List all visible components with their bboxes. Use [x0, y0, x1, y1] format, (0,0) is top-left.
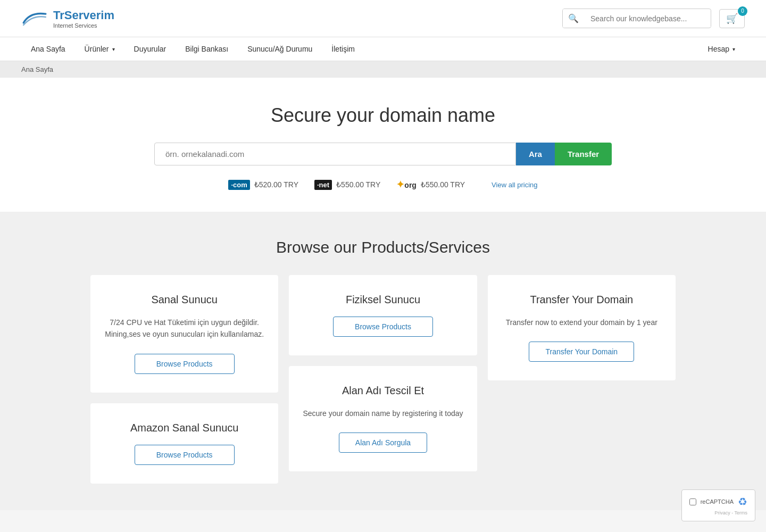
transfer-domain-button[interactable]: Transfer Your Domain: [529, 342, 634, 362]
brand-name: TrServerim: [53, 9, 114, 22]
col-middle: Fiziksel Sunucu Browse Products Alan Adı…: [289, 275, 477, 484]
nav-right: Hesap ▾: [698, 37, 745, 61]
card-transfer-domain: Transfer Your Domain Transfer now to ext…: [488, 275, 676, 380]
nav-hesap[interactable]: Hesap ▾: [698, 37, 745, 61]
hero-title: Secure your domain name: [21, 104, 745, 127]
nav-duyurular[interactable]: Duyurular: [124, 37, 176, 61]
search-input[interactable]: [584, 10, 711, 27]
hero-section: Secure your domain name Ara Transfer ·co…: [0, 78, 766, 212]
sanal-sunucu-title: Sanal Sunucu: [104, 294, 265, 306]
chevron-down-icon: ▾: [112, 46, 115, 52]
brand-subtitle: Internet Services: [53, 22, 114, 29]
recaptcha-widget: reCAPTCHA ♻ Privacy - Terms: [681, 489, 755, 510]
header: TrServerim Internet Services 🔍 🛒 0: [0, 0, 766, 37]
alan-adi-desc: Secure your domain name by registering i…: [302, 408, 463, 419]
card-fiziksel-sunucu: Fiziksel Sunucu Browse Products: [289, 275, 477, 355]
nav-urunler[interactable]: Ürünler ▾: [75, 37, 124, 61]
pricing-net: ·net ₺550.00 TRY: [314, 180, 380, 190]
nav-left: Ana Sayfa Ürünler ▾ Duyurular Bilgi Bank…: [21, 37, 364, 61]
nav-ana-sayfa[interactable]: Ana Sayfa: [21, 37, 75, 61]
logo-icon: [21, 9, 48, 28]
search-icon[interactable]: 🔍: [563, 9, 584, 28]
cart-badge: 0: [738, 6, 747, 16]
alan-adi-button[interactable]: Alan Adı Sorgula: [339, 433, 427, 453]
pricing-row: ·com ₺520.00 TRY ·net ₺550.00 TRY ✦org ₺…: [21, 179, 745, 190]
recaptcha-checkbox[interactable]: [689, 498, 696, 505]
logo: TrServerim Internet Services: [21, 9, 114, 29]
card-amazon-sanal: Amazon Sanal Sunucu Browse Products: [90, 403, 278, 484]
card-sanal-sunucu: Sanal Sunucu 7/24 CPU ve Hat Tüketimi iç…: [90, 275, 278, 393]
recaptcha-icon: ♻: [738, 495, 747, 508]
fiziksel-browse-button[interactable]: Browse Products: [333, 317, 433, 337]
cart-button[interactable]: 🛒 0: [719, 9, 745, 28]
net-price: ₺550.00 TRY: [336, 180, 380, 189]
com-price: ₺520.00 TRY: [254, 180, 298, 189]
amazon-browse-button[interactable]: Browse Products: [135, 445, 235, 465]
recaptcha-label: reCAPTCHA: [701, 498, 734, 505]
products-grid: Sanal Sunucu 7/24 CPU ve Hat Tüketimi iç…: [90, 275, 676, 484]
transfer-title: Transfer Your Domain: [501, 294, 662, 306]
domain-search-row: Ara Transfer: [21, 143, 745, 165]
org-price: ₺550.00 TRY: [421, 180, 465, 189]
products-title: Browse our Products/Services: [21, 238, 745, 256]
breadcrumb: Ana Sayfa: [0, 61, 766, 78]
nav-iletisim[interactable]: İletişim: [322, 37, 364, 61]
net-tld-badge: ·net: [314, 180, 332, 190]
domain-search-input[interactable]: [154, 143, 516, 165]
fiziksel-title: Fiziksel Sunucu: [302, 294, 463, 306]
transfer-desc: Transfer now to extend your domain by 1 …: [501, 317, 662, 328]
main-nav: Ana Sayfa Ürünler ▾ Duyurular Bilgi Bank…: [0, 37, 766, 61]
org-tld-badge: ✦org: [396, 179, 417, 190]
col-left: Sanal Sunucu 7/24 CPU ve Hat Tüketimi iç…: [90, 275, 278, 484]
knowledgebase-search-box: 🔍: [562, 9, 711, 28]
nav-sunucu-durumu[interactable]: Sunucu/Ağ Durumu: [238, 37, 322, 61]
amazon-title: Amazon Sanal Sunucu: [104, 422, 265, 434]
alan-adi-title: Alan Adı Tescil Et: [302, 385, 463, 397]
chevron-down-icon: ▾: [732, 46, 735, 52]
sanal-sunucu-browse-button[interactable]: Browse Products: [135, 354, 235, 374]
nav-bilgi-bankasi[interactable]: Bilgi Bankası: [176, 37, 238, 61]
sanal-sunucu-desc: 7/24 CPU ve Hat Tüketimi için uygun deği…: [104, 317, 265, 340]
ara-button[interactable]: Ara: [516, 143, 555, 165]
view-all-pricing[interactable]: View all pricing: [492, 181, 537, 189]
pricing-org: ✦org ₺550.00 TRY: [396, 179, 465, 190]
products-section: Browse our Products/Services Sanal Sunuc…: [0, 212, 766, 510]
card-alan-adi: Alan Adı Tescil Et Secure your domain na…: [289, 366, 477, 471]
transfer-button[interactable]: Transfer: [555, 143, 612, 165]
com-tld-badge: ·com: [228, 180, 249, 190]
header-right: 🔍 🛒 0: [562, 9, 745, 28]
col-right: Transfer Your Domain Transfer now to ext…: [488, 275, 676, 484]
breadcrumb-home[interactable]: Ana Sayfa: [21, 65, 53, 73]
pricing-com: ·com ₺520.00 TRY: [228, 180, 298, 190]
